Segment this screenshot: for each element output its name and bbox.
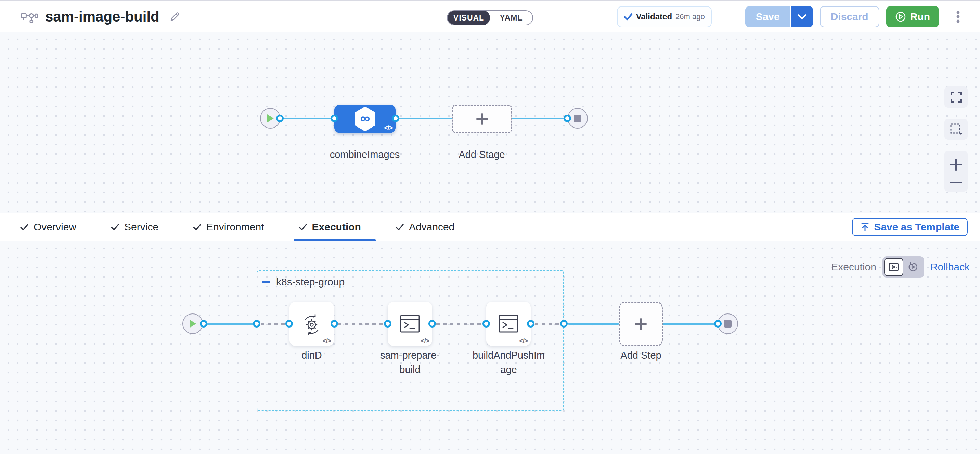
save-split-button: Save bbox=[745, 6, 813, 27]
canvas-controls bbox=[944, 86, 968, 192]
zoom-out-icon[interactable] bbox=[950, 181, 963, 184]
tab-service[interactable]: Service bbox=[111, 221, 158, 233]
connector-ring bbox=[563, 114, 571, 122]
edge bbox=[436, 323, 487, 325]
edge bbox=[202, 323, 257, 325]
tab-environment[interactable]: Environment bbox=[192, 221, 264, 233]
save-as-template-label: Save as Template bbox=[874, 221, 959, 233]
edit-title-icon[interactable] bbox=[170, 12, 180, 22]
edge bbox=[280, 117, 335, 119]
run-button[interactable]: Run bbox=[886, 6, 939, 27]
edge bbox=[338, 323, 388, 325]
add-stage-label: Add Stage bbox=[444, 148, 519, 162]
play-icon bbox=[189, 319, 197, 329]
stage-node-combineimages[interactable]: ∞ </> bbox=[334, 105, 396, 133]
play-icon bbox=[266, 113, 274, 123]
multi-select-button[interactable] bbox=[944, 119, 968, 140]
upload-icon bbox=[860, 222, 870, 232]
connector-ring bbox=[253, 320, 260, 327]
step-label: buildAndPushImage bbox=[472, 348, 546, 377]
toggle-visual[interactable]: VISUAL bbox=[447, 10, 490, 25]
connector-ring bbox=[331, 320, 338, 327]
step-label: dinD bbox=[274, 348, 349, 362]
rollback-icon bbox=[908, 262, 918, 272]
stage-label: combineImages bbox=[327, 148, 402, 162]
save-options-button[interactable] bbox=[791, 6, 813, 27]
execution-mode-button[interactable] bbox=[884, 258, 904, 276]
tab-advanced[interactable]: Advanced bbox=[395, 221, 454, 233]
add-step-button[interactable] bbox=[619, 302, 663, 346]
check-icon bbox=[395, 223, 404, 231]
rollback-link[interactable]: Rollback bbox=[931, 261, 970, 273]
stage-yaml-badge-icon: </> bbox=[384, 124, 393, 132]
stop-icon bbox=[724, 320, 732, 327]
connector-ring bbox=[331, 114, 338, 122]
more-options-icon[interactable] bbox=[956, 10, 960, 23]
run-step-terminal-icon bbox=[498, 314, 519, 333]
validated-time: 26m ago bbox=[675, 12, 705, 21]
custom-stage-hexagon-icon: ∞ bbox=[354, 107, 376, 131]
discard-button[interactable]: Discard bbox=[820, 6, 880, 27]
connector-ring bbox=[392, 114, 399, 122]
active-tab-underline bbox=[294, 239, 376, 241]
pipeline-header: sam-image-build VISUAL YAML Validated 26… bbox=[0, 0, 980, 32]
edge bbox=[535, 323, 564, 325]
validated-label: Validated bbox=[636, 12, 672, 22]
toggle-yaml[interactable]: YAML bbox=[490, 10, 533, 25]
tab-execution[interactable]: Execution bbox=[298, 221, 361, 233]
execution-mode-label: Execution bbox=[831, 261, 876, 273]
connector-ring bbox=[560, 320, 568, 327]
edge bbox=[568, 323, 619, 325]
step-node-buildandpushimage[interactable]: </> bbox=[486, 302, 531, 346]
visual-yaml-toggle: VISUAL YAML bbox=[447, 10, 533, 25]
step-yaml-badge-icon: </> bbox=[519, 337, 528, 344]
stop-icon bbox=[574, 114, 581, 122]
fullscreen-button[interactable] bbox=[944, 86, 968, 108]
check-icon bbox=[192, 223, 202, 231]
pipeline-icon bbox=[21, 11, 38, 23]
plus-icon bbox=[633, 317, 648, 332]
edge bbox=[396, 117, 452, 119]
svg-text:∞: ∞ bbox=[360, 110, 370, 125]
stage-canvas: ∞ </> combineImages Add Stage bbox=[0, 32, 980, 213]
connector-ring bbox=[714, 320, 722, 327]
zoom-in-icon[interactable] bbox=[950, 158, 963, 171]
collapse-group-icon[interactable] bbox=[262, 281, 270, 283]
save-as-template-button[interactable]: Save as Template bbox=[852, 218, 968, 236]
stage-config-tabbar: Overview Service Environment Execution A… bbox=[0, 213, 980, 241]
check-icon bbox=[111, 223, 119, 231]
run-step-terminal-icon bbox=[400, 314, 420, 333]
fullscreen-icon bbox=[950, 91, 962, 103]
execution-canvas: Execution Rollback k8s bbox=[0, 241, 980, 454]
rollback-mode-button[interactable] bbox=[904, 258, 923, 276]
save-button[interactable]: Save bbox=[745, 6, 791, 27]
add-step-label: Add Step bbox=[603, 348, 679, 362]
check-icon bbox=[20, 223, 29, 231]
connector-ring bbox=[384, 320, 391, 327]
validated-badge[interactable]: Validated 26m ago bbox=[617, 6, 712, 27]
step-label: sam-prepare-build bbox=[372, 348, 447, 377]
edge bbox=[512, 117, 568, 119]
edge bbox=[663, 323, 718, 325]
connector-ring bbox=[285, 320, 293, 327]
zoom-controls bbox=[944, 151, 968, 192]
connector-ring bbox=[428, 320, 436, 327]
execution-rollback-toggle bbox=[883, 256, 924, 278]
validated-check-icon bbox=[624, 13, 633, 21]
step-node-dind[interactable]: </> bbox=[290, 302, 334, 346]
step-group-label: k8s-step-group bbox=[276, 276, 345, 288]
plus-icon bbox=[475, 111, 490, 127]
step-node-sam-prepare-build[interactable]: </> bbox=[388, 302, 432, 346]
tab-overview[interactable]: Overview bbox=[20, 221, 76, 233]
marquee-select-icon bbox=[950, 123, 962, 135]
step-yaml-badge-icon: </> bbox=[421, 337, 429, 344]
chevron-down-icon bbox=[798, 14, 807, 19]
add-stage-button[interactable] bbox=[452, 105, 512, 133]
run-label: Run bbox=[910, 11, 930, 22]
page-title: sam-image-build bbox=[45, 8, 159, 25]
connector-ring bbox=[200, 320, 207, 327]
run-play-icon bbox=[895, 11, 906, 22]
connector-ring bbox=[482, 320, 490, 327]
connector-ring bbox=[527, 320, 535, 327]
execution-play-icon bbox=[889, 262, 899, 272]
